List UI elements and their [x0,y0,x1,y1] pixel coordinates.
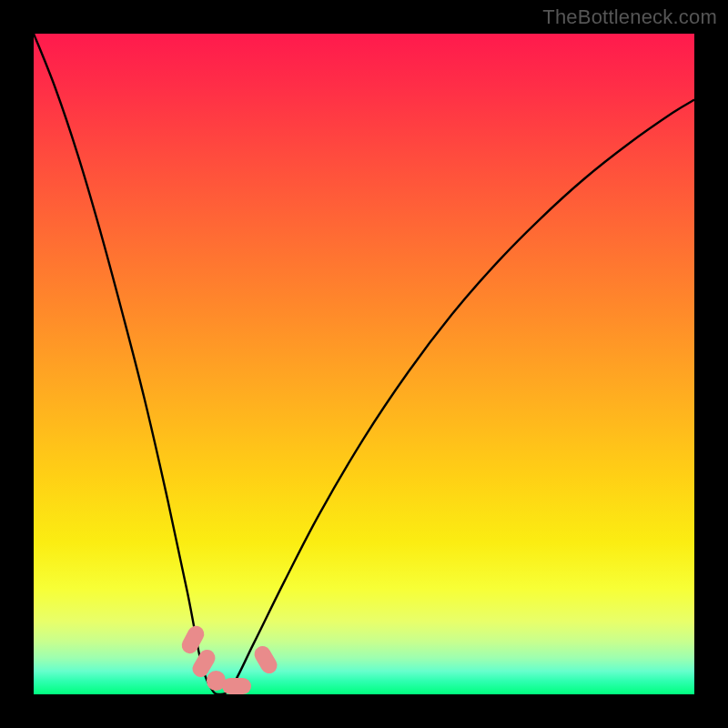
data-marker [222,678,252,694]
chart-frame: TheBottleneck.com [0,0,728,728]
watermark-text: TheBottleneck.com [542,5,717,29]
bottleneck-curve [34,34,694,694]
gradient-plot-area [34,34,694,694]
